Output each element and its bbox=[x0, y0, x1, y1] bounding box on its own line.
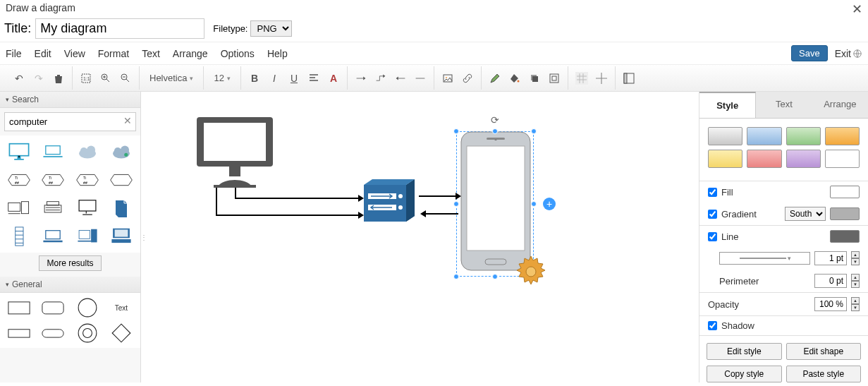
swatch-red[interactable] bbox=[747, 150, 781, 168]
underline-icon[interactable]: U bbox=[288, 72, 300, 85]
shape-printer[interactable] bbox=[38, 196, 68, 220]
swatch-white[interactable] bbox=[825, 150, 860, 168]
zoom-in-icon[interactable] bbox=[99, 72, 112, 85]
swatch-gray[interactable] bbox=[708, 127, 742, 145]
arrow-end-icon[interactable] bbox=[394, 72, 407, 85]
menu-options[interactable]: Options bbox=[221, 48, 255, 59]
canvas-shape-monitor[interactable] bbox=[192, 113, 277, 193]
swatch-purple[interactable] bbox=[786, 150, 821, 168]
sel-handle-n[interactable] bbox=[492, 128, 498, 134]
font-family-select[interactable]: Helvetica▾ bbox=[147, 71, 196, 85]
shape-hex-1[interactable]: Ti## bbox=[4, 168, 34, 192]
opacity-spinner[interactable]: ▲▼ bbox=[851, 297, 860, 311]
canvas-shape-gear[interactable] bbox=[513, 254, 549, 292]
font-size-select[interactable]: 12▾ bbox=[211, 71, 233, 85]
tab-text[interactable]: Text bbox=[756, 92, 812, 118]
search-input[interactable] bbox=[4, 112, 136, 131]
paint-bucket-icon[interactable] bbox=[508, 72, 521, 85]
shape-roundrect-2[interactable] bbox=[38, 322, 68, 344]
line-color-swatch[interactable] bbox=[830, 230, 860, 243]
save-button[interactable]: Save bbox=[791, 45, 828, 61]
shape-laptop-teal[interactable] bbox=[38, 140, 68, 164]
shape-laptop-blue[interactable] bbox=[38, 224, 68, 248]
connector-4[interactable] bbox=[424, 213, 458, 215]
perimeter-input[interactable] bbox=[814, 274, 847, 288]
sel-handle-sw[interactable] bbox=[453, 274, 459, 279]
shape-diamond[interactable] bbox=[106, 322, 136, 344]
shape-cloud-1[interactable] bbox=[73, 140, 102, 164]
swatch-blue[interactable] bbox=[747, 127, 781, 145]
shape-rect-2[interactable] bbox=[4, 322, 34, 344]
menu-help[interactable]: Help bbox=[267, 48, 288, 59]
grid-icon[interactable] bbox=[575, 72, 588, 85]
sel-handle-ne[interactable] bbox=[531, 128, 537, 134]
exit-button[interactable]: Exit bbox=[835, 48, 862, 59]
gradient-checkbox[interactable] bbox=[708, 210, 717, 219]
search-panel-header[interactable]: ▾Search bbox=[0, 92, 140, 108]
sel-handle-nw[interactable] bbox=[453, 128, 459, 134]
shape-roundrect[interactable] bbox=[38, 297, 68, 318]
sel-handle-w[interactable] bbox=[453, 201, 459, 207]
menu-format[interactable]: Format bbox=[98, 48, 129, 59]
menu-edit[interactable]: Edit bbox=[35, 48, 51, 59]
tab-arrange[interactable]: Arrange bbox=[812, 92, 868, 118]
canvas-shape-server[interactable] bbox=[358, 176, 420, 230]
connector-2h[interactable] bbox=[235, 198, 360, 199]
layout-icon[interactable] bbox=[623, 72, 635, 85]
shape-hex-2[interactable]: Ti## bbox=[38, 168, 68, 192]
copy-style-button[interactable]: Copy style bbox=[707, 366, 782, 382]
shadow-toggle-icon[interactable] bbox=[528, 72, 541, 85]
shape-workstation[interactable] bbox=[4, 196, 34, 220]
sel-handle-e[interactable] bbox=[531, 201, 537, 207]
search-clear-icon[interactable]: ✕ bbox=[123, 115, 132, 126]
fill-checkbox[interactable] bbox=[708, 188, 717, 197]
line-width-spinner[interactable]: ▲▼ bbox=[851, 251, 860, 265]
pencil-icon[interactable] bbox=[489, 72, 501, 85]
sel-handle-s[interactable] bbox=[492, 274, 498, 279]
redo-icon[interactable]: ↷ bbox=[32, 72, 45, 85]
align-icon[interactable] bbox=[307, 72, 320, 85]
shape-tower-blue[interactable] bbox=[106, 196, 136, 220]
canvas[interactable]: ⟳ + bbox=[154, 99, 692, 375]
conn-style-icon[interactable] bbox=[355, 72, 367, 85]
shape-donut[interactable] bbox=[73, 322, 102, 344]
delete-icon[interactable] bbox=[52, 72, 65, 85]
line-icon[interactable] bbox=[414, 72, 427, 85]
swatch-yellow[interactable] bbox=[708, 150, 742, 168]
fill-color-swatch[interactable] bbox=[830, 186, 860, 198]
close-icon[interactable]: ✕ bbox=[852, 1, 862, 17]
bold-icon[interactable]: B bbox=[248, 72, 261, 85]
shape-monitor-teal[interactable] bbox=[4, 140, 34, 164]
shape-hex-3[interactable]: Ti## bbox=[73, 168, 102, 192]
line-checkbox[interactable] bbox=[708, 232, 717, 241]
menu-arrange[interactable]: Arrange bbox=[173, 48, 208, 59]
perimeter-spinner[interactable]: ▲▼ bbox=[851, 274, 860, 288]
font-color-icon[interactable]: A bbox=[327, 72, 340, 85]
more-results-button[interactable]: More results bbox=[39, 255, 101, 271]
guides-icon[interactable] bbox=[595, 72, 608, 85]
general-panel-header[interactable]: ▾General bbox=[0, 277, 140, 293]
connector-1v[interactable] bbox=[216, 188, 217, 216]
swatch-orange[interactable] bbox=[825, 127, 860, 145]
shape-oldpc-blue[interactable] bbox=[106, 224, 136, 248]
edit-shape-button[interactable]: Edit shape bbox=[786, 343, 862, 360]
title-input[interactable] bbox=[35, 18, 204, 39]
conn-waypoint-icon[interactable] bbox=[374, 72, 387, 85]
connector-1h[interactable] bbox=[216, 215, 360, 216]
container-icon[interactable] bbox=[548, 72, 561, 85]
line-width-input[interactable] bbox=[814, 251, 847, 265]
link-icon[interactable] bbox=[461, 72, 474, 85]
line-pattern-select[interactable]: ▾ bbox=[719, 252, 810, 265]
opacity-input[interactable] bbox=[814, 297, 847, 311]
gradient-color-swatch[interactable] bbox=[830, 207, 860, 220]
shape-circle[interactable] bbox=[73, 297, 102, 318]
undo-icon[interactable]: ↶ bbox=[13, 72, 25, 85]
zoom-fit-icon[interactable]: 1:1 bbox=[80, 72, 92, 85]
connector-3[interactable] bbox=[419, 195, 457, 197]
edit-style-button[interactable]: Edit style bbox=[707, 343, 782, 360]
paste-style-button[interactable]: Paste style bbox=[786, 366, 862, 382]
left-splitter[interactable]: ⋮ bbox=[141, 92, 147, 382]
menu-text[interactable]: Text bbox=[142, 48, 160, 59]
gradient-direction-select[interactable]: South bbox=[785, 207, 826, 221]
shape-hex-4[interactable] bbox=[106, 168, 136, 192]
